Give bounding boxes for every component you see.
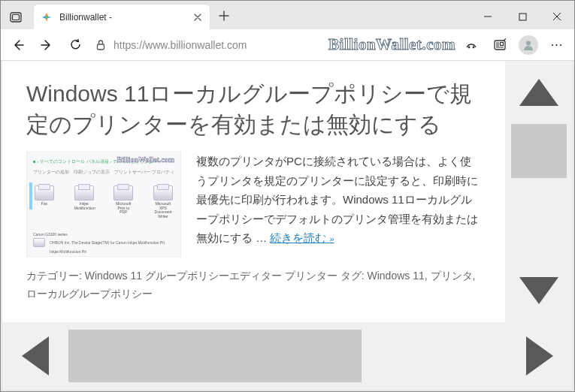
triangle-left-icon (22, 336, 49, 375)
read-more-link[interactable]: 続きを読む » (270, 231, 334, 244)
window-controls (471, 5, 574, 29)
svg-rect-8 (501, 42, 504, 45)
svg-point-9 (526, 41, 531, 45)
svg-point-5 (468, 46, 471, 48)
svg-point-6 (473, 46, 475, 48)
chevron-right-icon: » (330, 234, 334, 243)
more-menu-button[interactable]: ··· (544, 32, 570, 58)
svg-rect-3 (519, 14, 526, 20)
extension-icon[interactable] (458, 32, 484, 58)
profile-button[interactable] (516, 32, 541, 58)
toolbar: https://www.billionwallet.com BillionWal… (1, 29, 574, 61)
page-viewport: Windows 11ローカルグループポリシーで規定のプリンターを有効または無効に… (2, 61, 573, 390)
forward-button[interactable] (34, 32, 59, 58)
tab-title: Billionwallet - (59, 12, 192, 23)
brand-watermark: BillionWallet.com (328, 35, 455, 54)
tab-favicon-icon (41, 11, 53, 23)
vertical-scroll-nav (505, 61, 573, 322)
page-content: Windows 11ローカルグループポリシーで規定のプリンターを有効または無効に… (2, 61, 505, 322)
maximize-button[interactable] (505, 5, 540, 29)
horizontal-scroll-nav (2, 322, 573, 390)
article-title[interactable]: Windows 11ローカルグループポリシーで規定のプリンターを有効または無効に… (26, 79, 481, 140)
tag-label: タグ: (337, 270, 368, 282)
triangle-right-icon (526, 336, 553, 375)
triangle-up-icon (519, 79, 558, 106)
browser-tab[interactable]: Billionwallet - (34, 5, 210, 29)
refresh-button[interactable] (62, 32, 88, 58)
vertical-scroll-thumb[interactable] (511, 124, 567, 178)
titlebar: Billionwallet - (1, 1, 574, 29)
article-thumbnail[interactable]: ■ › すべてのコントロール パネル項目 › デバイスとプリンター Billio… (26, 152, 181, 257)
minimize-button[interactable] (471, 5, 505, 29)
svg-point-2 (45, 16, 47, 18)
horizontal-scroll-thumb[interactable] (68, 330, 362, 382)
new-tab-button[interactable] (213, 5, 235, 27)
ellipsis-icon: ··· (551, 38, 563, 52)
horizontal-scroll-track[interactable] (68, 330, 507, 382)
article-excerpt: 複数のプリンタがPCに接続されている場合は、よく使うプリンタを規定のプリンターに… (196, 152, 481, 257)
enter-immersive-reader-button[interactable] (487, 32, 513, 58)
close-window-button[interactable] (540, 5, 574, 29)
vertical-scroll-track[interactable] (505, 124, 573, 259)
url-text: https://www.billionwallet.com (113, 39, 247, 51)
tabs-overview-button[interactable] (1, 5, 31, 29)
article-meta: カテゴリー: Windows 11 グループポリシーエディター プリンター タグ… (26, 267, 481, 303)
category-label: カテゴリー: (26, 270, 85, 282)
svg-rect-1 (13, 14, 20, 20)
triangle-down-icon (519, 277, 558, 304)
scroll-up-button[interactable] (505, 61, 573, 124)
tab-close-button[interactable] (192, 11, 204, 23)
back-button[interactable] (5, 32, 31, 58)
avatar-icon (519, 35, 538, 55)
address-bar[interactable]: https://www.billionwallet.com (91, 34, 325, 56)
scroll-right-button[interactable] (507, 322, 573, 390)
category-links[interactable]: Windows 11 グループポリシーエディター プリンター (85, 270, 337, 282)
lock-icon (95, 39, 106, 51)
scroll-down-button[interactable] (505, 259, 573, 322)
svg-rect-4 (98, 44, 104, 50)
scroll-left-button[interactable] (2, 322, 68, 390)
article-body: ■ › すべてのコントロール パネル項目 › デバイスとプリンター Billio… (26, 152, 481, 257)
